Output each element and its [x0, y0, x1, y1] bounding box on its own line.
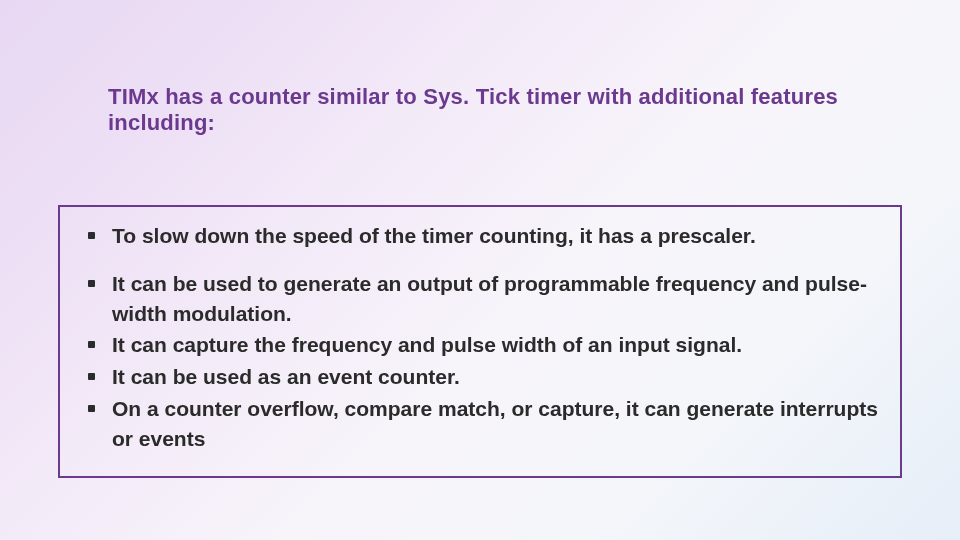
bullet-list-2: It can be used to generate an output of … — [82, 269, 878, 454]
slide: TIMx has a counter similar to Sys. Tick … — [0, 0, 960, 540]
slide-title: TIMx has a counter similar to Sys. Tick … — [108, 84, 900, 136]
list-item: It can be used as an event counter. — [82, 362, 878, 392]
list-item: It can be used to generate an output of … — [82, 269, 878, 329]
list-item: It can capture the frequency and pulse w… — [82, 330, 878, 360]
list-item: On a counter overflow, compare match, or… — [82, 394, 878, 454]
list-item: To slow down the speed of the timer coun… — [82, 221, 878, 251]
content-box: To slow down the speed of the timer coun… — [58, 205, 902, 478]
bullet-list-1: To slow down the speed of the timer coun… — [82, 221, 878, 251]
